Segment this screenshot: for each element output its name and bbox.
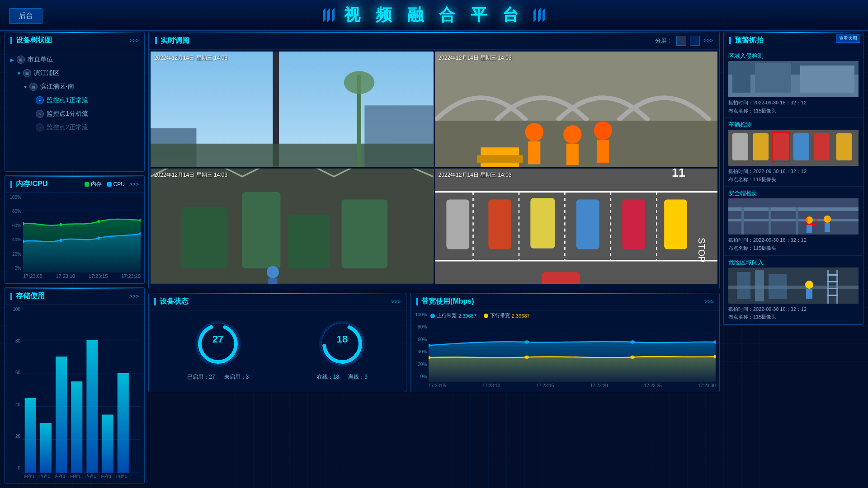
device-tree-title: 设备树状图 (10, 36, 52, 45)
alert-info-2: 抓拍时间：2022-09-30 16：32：12 布点名称：115摄像头 (728, 236, 859, 252)
tree-item-2[interactable]: ▼ ▤ 滨江浦区-南 (10, 80, 139, 94)
device-status-panel: 设备状态 >>> 27 (148, 293, 406, 392)
svg-point-92 (630, 340, 635, 343)
svg-point-8 (97, 220, 100, 223)
svg-rect-70 (542, 272, 580, 284)
svg-rect-102 (732, 70, 750, 93)
camera-icon-4: ○ (36, 110, 44, 118)
storage-more[interactable]: >>> (129, 293, 139, 300)
svg-rect-132 (827, 281, 838, 282)
svg-rect-41 (528, 141, 540, 164)
alert-img-0 (728, 61, 859, 97)
folder-icon-0: ▤ (17, 56, 25, 64)
bandwidth-panel: 带宽使用(Mbps) >>> 100% 80% 60% 40% 20% 0% (410, 293, 720, 392)
svg-text:18: 18 (337, 333, 348, 345)
tree-item-3[interactable]: ● 监控点1正常流 (10, 94, 139, 107)
video-cell-1[interactable]: 2022年12月14日 星期三 14:03 (151, 52, 434, 167)
device-tree-more[interactable]: >>> (129, 38, 139, 44)
gauge-enabled: 27 已启用：27 未启用：3 (187, 319, 249, 381)
svg-rect-100 (755, 63, 791, 93)
svg-point-40 (525, 123, 543, 141)
svg-rect-109 (836, 133, 852, 160)
video-cell-2[interactable]: 2022年12月14日 星期三 14:03 (435, 52, 718, 167)
svg-rect-69 (664, 199, 687, 249)
svg-rect-53 (151, 283, 434, 284)
svg-text:27: 27 (212, 333, 223, 345)
alerts-title: 预警抓拍 (729, 36, 764, 45)
alert-item-1: 车辆检测 查看大图 (724, 118, 863, 187)
svg-rect-105 (753, 133, 769, 160)
back-button[interactable]: 后台 (9, 8, 42, 24)
svg-rect-23 (71, 381, 82, 473)
svg-rect-101 (800, 66, 854, 93)
folder-icon-2: ▤ (29, 83, 38, 91)
bandwidth-chart (429, 321, 716, 382)
down-dot (484, 314, 488, 318)
alert-view-btn-3[interactable]: 查看大图 (836, 34, 860, 43)
header-deco-left (323, 8, 335, 23)
arrow-icon-0: ▶ (10, 57, 17, 62)
device-status-more[interactable]: >>> (391, 299, 401, 305)
realtime-title: 实时调阅 (155, 36, 189, 46)
gauge-online-values: 在线：18 离线：9 (317, 373, 368, 381)
svg-rect-25 (102, 415, 113, 473)
alert-info-3: 抓拍时间：2022-09-30 16：32：12 布点名称：115摄像头 (728, 305, 859, 321)
svg-rect-120 (825, 223, 830, 232)
svg-rect-106 (773, 133, 789, 160)
cpu-mem-panel: 内存/CPU 内存 CPU >>> (5, 175, 145, 284)
svg-rect-66 (530, 198, 555, 249)
video-panel: 实时调阅 分屏： >>> (148, 32, 720, 289)
svg-rect-45 (597, 140, 609, 163)
alert-img-1 (728, 130, 859, 166)
video-timestamp-3: 2022年12月14日 星期三 14:03 (154, 171, 227, 179)
video-cell-4[interactable]: 11 22 STOP → → 2022年12月14日 星期三 14:03 (435, 169, 718, 284)
realtime-more[interactable]: >>> (703, 38, 713, 44)
split-4-btn[interactable] (690, 36, 700, 46)
cpu-legend: CPU (107, 180, 125, 188)
svg-rect-108 (814, 133, 830, 160)
cpu-mem-header: 内存/CPU 内存 CPU >>> (5, 176, 144, 193)
svg-rect-55 (268, 278, 277, 284)
alert-img-2 (728, 198, 859, 235)
cpu-mem-more[interactable]: >>> (129, 181, 139, 188)
tree-item-0[interactable]: ▶ ▤ 市直单位 (10, 53, 139, 66)
up-bandwidth-legend: 上行带宽 2.39687 (430, 312, 476, 319)
video-timestamp-4: 2022年12月14日 星期三 14:03 (439, 171, 512, 179)
svg-rect-50 (242, 192, 281, 268)
alert-title-0: 区域入侵检测 查看大图 (728, 52, 859, 60)
svg-point-37 (344, 71, 375, 94)
svg-rect-111 (728, 198, 859, 235)
split-1-btn[interactable] (676, 36, 686, 46)
svg-rect-22 (56, 357, 67, 473)
video-timestamp-1: 2022年12月14日 星期三 14:03 (154, 54, 227, 62)
device-status-title: 设备状态 (154, 297, 189, 306)
gauge-online-svg: 18 (317, 319, 367, 369)
bandwidth-more[interactable]: >>> (704, 299, 714, 305)
svg-point-54 (267, 266, 279, 278)
svg-rect-104 (732, 133, 748, 160)
bandwidth-title: 带宽使用(Mbps) (416, 297, 474, 306)
main-layout: 设备树状图 >>> ▶ ▤ 市直单位 ▼ ▤ 滨江浦区 ▼ ▤ 滨江浦区-南 (5, 32, 863, 483)
alert-info-0: 抓拍时间：2022-09-30 16：32：12 布点名称：115摄像头 (728, 99, 859, 115)
gauges-area: 27 已启用：27 未启用：3 (149, 310, 406, 389)
svg-rect-114 (741, 207, 744, 235)
page-title: 视 频 融 合 平 台 (344, 4, 524, 26)
device-tree-panel: 设备树状图 >>> ▶ ▤ 市直单位 ▼ ▤ 滨江浦区 ▼ ▤ 滨江浦区-南 (5, 32, 145, 172)
gauge-enabled-values: 已启用：27 未启用：3 (187, 373, 249, 381)
folder-icon-1: ▤ (23, 69, 31, 77)
svg-point-95 (524, 356, 529, 359)
svg-rect-51 (288, 215, 330, 268)
svg-rect-131 (827, 274, 838, 276)
tree-item-1[interactable]: ▼ ▤ 滨江浦区 (10, 66, 139, 80)
svg-rect-49 (181, 207, 227, 268)
tree-item-5[interactable]: ○ 监控点2正常流 (10, 121, 139, 134)
down-bandwidth-legend: 下行带宽 2.39687 (484, 312, 530, 319)
tree-item-4[interactable]: ○ 监控点1分析流 (10, 107, 139, 121)
video-cell-3[interactable]: 2022年12月14日 星期三 14:03 (151, 169, 434, 284)
alert-title-1: 车辆检测 查看大图 (728, 121, 859, 129)
gauge-enabled-svg: 27 (193, 319, 243, 369)
svg-rect-107 (793, 133, 809, 160)
arrow-icon-1: ▼ (17, 71, 23, 76)
alert-info-1: 抓拍时间：2022-09-30 16：32：12 布点名称：115摄像头 (728, 168, 859, 183)
up-dot (430, 314, 435, 318)
